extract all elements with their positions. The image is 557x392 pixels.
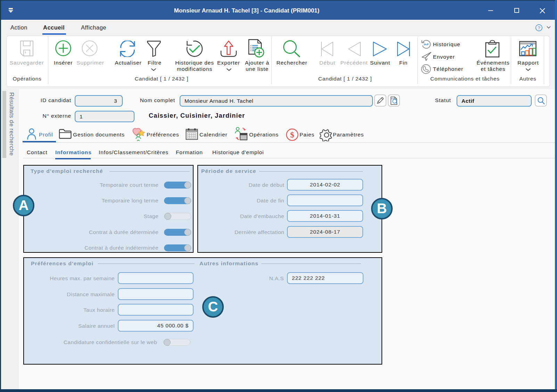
svg-text:?: ? <box>538 25 540 31</box>
svg-text:$: $ <box>290 130 294 139</box>
